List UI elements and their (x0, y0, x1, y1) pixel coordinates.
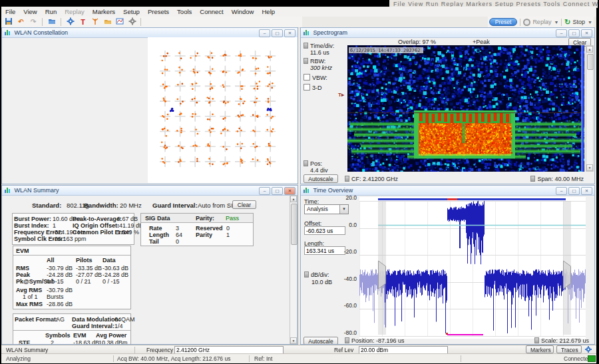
menu-markers[interactable]: Markers (89, 7, 119, 17)
trigger-icon[interactable]: T (79, 17, 88, 27)
scroll-up-arrow[interactable]: ▲ (586, 46, 593, 53)
traces-button[interactable]: Traces (556, 345, 582, 353)
panel-minimize-button[interactable]: – (556, 187, 567, 195)
adjust-icon[interactable] (303, 160, 308, 166)
spectrogram-canvas[interactable] (347, 45, 584, 172)
menu-setup[interactable]: Setup (119, 7, 144, 17)
panel-minimize-button[interactable]: – (259, 29, 270, 37)
settings-gear-icon[interactable] (128, 17, 137, 27)
panel-restore-button[interactable]: ▢ (272, 29, 283, 37)
panel-restore-button[interactable]: ▢ (272, 187, 283, 195)
menu-presets[interactable]: Presets (144, 7, 173, 17)
threed-label: 3-D (312, 85, 322, 91)
y-tick: -40.0 (337, 275, 357, 282)
panel-title-bar: Spectrogram – ▢ ✕ (301, 28, 594, 38)
burst-value: 9.67 dB (117, 216, 138, 222)
adjust-icon[interactable] (530, 176, 535, 182)
toolbar-separator (42, 18, 43, 26)
evm-value: -24.28 dB (102, 272, 128, 278)
display-icon[interactable] (115, 17, 124, 27)
settings-gear-button[interactable] (584, 345, 593, 353)
replay-button[interactable]: Replay (523, 19, 551, 26)
spectrogram-panel: Spectrogram – ▢ ✕ Overlap: 97 % +Peak Cl… (300, 27, 595, 184)
select-dropdown-arrow[interactable]: ▼ (339, 205, 348, 214)
scroll-up-arrow[interactable]: ▲ (290, 196, 297, 202)
evm-max-label: Max RMS (16, 301, 43, 307)
markers-button[interactable]: Markers (526, 345, 554, 353)
display-selector[interactable]: WLAN Summary (6, 347, 48, 353)
time-overview-panel: Time Overview – ▢ ✕ Time: Analysis ▼ Off… (300, 185, 595, 345)
evm-max-value: -28.86 dB (47, 301, 73, 307)
antenna-icon[interactable] (91, 17, 100, 27)
panel-minimize-button[interactable]: – (259, 187, 270, 195)
adjust-icon[interactable] (345, 176, 349, 182)
scroll-thumb[interactable] (291, 204, 298, 245)
stop-icon: ↻ (564, 18, 570, 27)
sig-label: Reserved (196, 225, 223, 232)
time-overview-canvas[interactable] (359, 197, 586, 339)
menu-replay[interactable]: Replay (61, 7, 89, 17)
scroll-down-arrow[interactable]: ▼ (586, 164, 593, 171)
panel-close-button[interactable]: ✕ (581, 187, 592, 195)
spectrogram-scrollbar[interactable]: ▲ ▼ (586, 45, 594, 172)
vbw-checkbox[interactable] (303, 74, 310, 81)
status-bar: Analyzing Acq BW: 40.00 MHz, Acq Length:… (1, 353, 596, 363)
redo-icon[interactable]: ↷ (29, 17, 38, 27)
y-tick: -80.0 (337, 329, 357, 336)
panel-icon (303, 186, 309, 192)
summary-scrollbar[interactable]: ▲ ▼ (290, 195, 298, 345)
panel-restore-button[interactable]: ▢ (568, 29, 580, 37)
evm-avg-label: Avg RMS (16, 287, 42, 293)
data-modulation-label: Data Modulation: (72, 316, 120, 323)
panel-title-bar: WLAN Constellation – ▢ ✕ (2, 28, 298, 38)
panel-close-button[interactable]: ✕ (284, 187, 296, 195)
panel-minimize-button[interactable]: – (556, 29, 567, 37)
panel-restore-button[interactable]: ▢ (568, 187, 580, 195)
spectrogram-autoscale-button[interactable]: Autoscale (303, 174, 338, 183)
constellation-canvas[interactable] (148, 37, 298, 183)
replay-dropdown-caret[interactable]: ▼ (554, 20, 558, 25)
adjust-icon[interactable] (303, 43, 308, 49)
packet-value: 2 (51, 339, 54, 345)
packet-value: -18.63 dB (73, 339, 99, 345)
stop-dropdown-caret[interactable]: ▼ (588, 20, 592, 25)
menu-connect[interactable]: Connect (196, 7, 227, 17)
menu-file[interactable]: File (1, 7, 19, 17)
adjust-icon[interactable] (304, 272, 309, 277)
timeoverview-autoscale-button[interactable]: Autoscale (303, 337, 338, 345)
menu-view[interactable]: View (19, 7, 41, 17)
menu-help[interactable]: Help (258, 7, 279, 17)
burst-label: IQ Origin Offset: (73, 222, 119, 229)
run-controls: Preset Replay ▼ ↻Stop ▼ (488, 17, 594, 27)
menu-run[interactable]: Run (41, 7, 61, 17)
scroll-down-arrow[interactable]: ▼ (290, 337, 297, 344)
sig-header: SIG Data (145, 215, 170, 222)
open-folder-icon[interactable] (47, 17, 57, 27)
undo-icon[interactable]: ↶ (17, 17, 26, 27)
acquire-gear-icon[interactable] (66, 17, 75, 27)
reflev-label: Ref Lev (334, 347, 353, 353)
adjust-icon[interactable] (534, 337, 539, 343)
y-tick: 0.0 (337, 222, 357, 228)
panel-title: WLAN Summary (15, 187, 59, 194)
menu-window[interactable]: Window (228, 7, 258, 17)
menu-tools[interactable]: Tools (173, 7, 196, 17)
separator (561, 19, 562, 26)
preset-button[interactable]: Preset (489, 18, 518, 26)
stop-button[interactable]: ↻Stop (564, 18, 585, 27)
evm-box: EVM All Pilots Data RMS-30.79 dB-33.35 d… (13, 246, 131, 309)
adjust-icon[interactable] (345, 337, 349, 343)
evm-value: -24.28 dB (47, 272, 73, 278)
scroll-thumb[interactable] (587, 54, 594, 70)
time-select[interactable]: Analysis ▼ (304, 204, 349, 214)
summary-clear-button[interactable]: Clear (232, 200, 256, 209)
overlap-readout: Overlap: 97 % (398, 39, 436, 45)
spectrogram-plot-area (347, 45, 584, 172)
save-icon[interactable] (4, 17, 13, 27)
panel-close-button[interactable]: ✕ (581, 29, 592, 37)
panel-close-button[interactable]: ✕ (284, 29, 296, 37)
adjust-icon[interactable] (303, 58, 308, 64)
sig-parity-label: Parity: (196, 215, 214, 222)
recall-icon[interactable] (103, 17, 112, 27)
threed-checkbox[interactable] (303, 84, 310, 91)
